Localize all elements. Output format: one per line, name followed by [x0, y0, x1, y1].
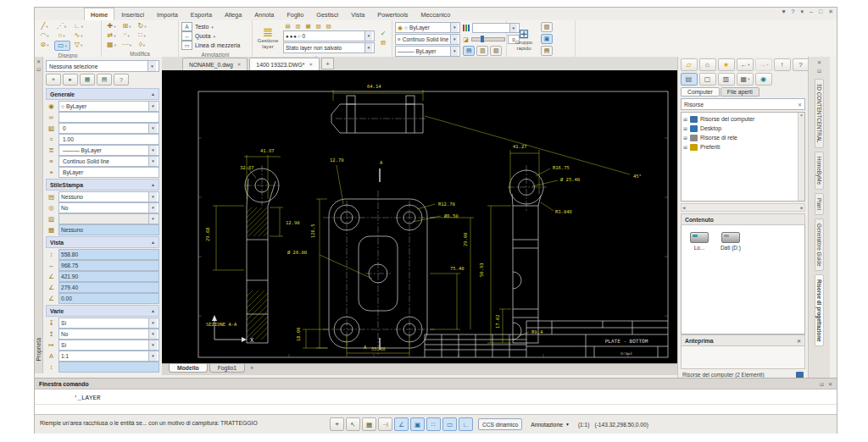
pin-icon[interactable]: ⊡ — [35, 66, 42, 72]
ribbon-tab[interactable]: Importa — [151, 8, 184, 20]
linestyle-select[interactable]: ≡ Continuo Solid line ▼ — [395, 34, 460, 45]
ribbon-tab[interactable]: Meccanico — [415, 8, 456, 20]
command-window-header[interactable]: Finestra comando ⊡✕ — [35, 378, 837, 390]
palette-tab-proprieta[interactable]: Proprietà — [36, 338, 42, 362]
transparency-slider[interactable] — [471, 37, 505, 41]
categorized-view-icon[interactable]: ▦ — [80, 74, 95, 86]
restore-icon[interactable]: □ — [819, 8, 822, 15]
annot-extra-field[interactable]: ↕▼ — [46, 362, 159, 372]
minimize-icon[interactable]: – — [810, 8, 813, 15]
thumbnail-view-icon[interactable]: ▦▾ — [737, 73, 754, 86]
view-center-y-field[interactable]: ∠279.40▼ — [46, 283, 159, 292]
layer-state-select[interactable]: Stato layer non salvato ▼ — [283, 42, 375, 53]
ribbon-tab[interactable]: Home — [84, 8, 114, 20]
mirror-icon[interactable]: ⇄▾ — [104, 31, 119, 40]
ribbon-tab[interactable]: Inserisci — [115, 8, 150, 20]
ribbon-tab[interactable]: Foglio — [281, 8, 309, 20]
expand-icon[interactable]: ⊞ — [683, 125, 687, 131]
close-tab-icon[interactable]: ✕ — [309, 62, 313, 67]
lineweight-icon[interactable]: ▭ — [442, 417, 457, 431]
etrack-icon[interactable]: ∷ — [426, 417, 441, 431]
layer-check-icon[interactable]: ✓ — [381, 30, 387, 37]
lineweight-select[interactable]: ——— ByLayer ▼ — [395, 46, 460, 57]
array-icon[interactable]: ∷▾ — [135, 31, 149, 40]
ccs-dinamico-button[interactable]: CCS dinamico — [478, 418, 522, 430]
palette-tab[interactable]: Computer — [681, 87, 720, 97]
view-center-x-field[interactable]: ∠421.90▼ — [46, 272, 159, 281]
vertical-tab[interactable]: Risorse di progettazione — [815, 274, 824, 346]
vertical-tab[interactable]: HomeByMe — [815, 152, 824, 190]
annot-match-field[interactable]: ↥No▼ — [46, 329, 159, 339]
printstyle-field[interactable]: ▤Nessuno▼ — [46, 192, 159, 202]
command-history[interactable]: '_LAYER — [35, 390, 837, 401]
close-icon[interactable]: ✕ — [828, 8, 833, 15]
fillet-icon[interactable]: ◜▾ — [120, 31, 134, 40]
ribbon-tab[interactable]: Esporta — [185, 8, 218, 20]
print-table-field[interactable]: ◎No▼ — [46, 203, 159, 213]
help-menu-arrow-icon[interactable]: ▾ — [800, 8, 804, 15]
web-icon[interactable]: ◉ — [755, 73, 772, 86]
expand-icon[interactable]: ⊞ — [683, 135, 687, 141]
layer-field[interactable]: ▧0▼ — [46, 124, 159, 133]
select-entities-icon[interactable]: ⌖ — [46, 74, 61, 86]
spline-icon[interactable]: ∿▾ — [71, 31, 86, 40]
drive-local[interactable]: Lo... — [690, 232, 709, 251]
hatch-icon[interactable]: ▦▾ — [104, 41, 119, 49]
list-view-icon[interactable]: ▥ — [718, 73, 735, 86]
view-height-field[interactable]: ↕558.80▼ — [46, 250, 159, 259]
section-vista[interactable]: Vista▲ — [46, 236, 159, 248]
command-input[interactable] — [35, 404, 837, 414]
ribbon-tab[interactable]: Annota — [248, 8, 280, 20]
drive-d[interactable]: Dati (D:) — [721, 232, 741, 251]
section-stilestampa[interactable]: StileStampa▲ — [46, 179, 159, 191]
polygon-icon[interactable]: ▽▾ — [71, 41, 86, 49]
color-field[interactable]: ◉○ByLayer▼ — [46, 102, 159, 111]
printstyle-name-field[interactable]: ▦Nessuno▼ — [46, 225, 159, 235]
ribbon-tab[interactable]: Gestisci — [310, 8, 344, 20]
pointer-icon[interactable]: ↖ — [346, 417, 360, 431]
back-icon[interactable]: ←▾ — [737, 58, 754, 71]
hyperlink-field[interactable]: ∞▼ — [46, 113, 159, 122]
group-toggle-icon[interactable]: ▣ — [541, 34, 553, 44]
snap-icon[interactable]: ⌖ — [330, 417, 344, 431]
help-icon[interactable]: ? — [793, 58, 810, 71]
document-tab[interactable]: 1400 19323.DWG*✕ — [249, 58, 320, 70]
help-icon[interactable]: ? — [114, 74, 129, 86]
favorites-star-icon[interactable]: ★ — [718, 58, 735, 71]
home-icon[interactable]: ⌂ — [699, 58, 716, 71]
close-icon[interactable]: ✕ — [828, 381, 832, 387]
layer-tool-icon[interactable]: ▧ — [314, 22, 323, 30]
clear-properties-icon[interactable]: ▧ — [490, 46, 502, 56]
alphabetic-view-icon[interactable]: ▤ — [97, 74, 112, 86]
layer-manager-button[interactable]: ≣ Gestione layer — [255, 25, 281, 50]
layer-extra-icon[interactable]: ▧ — [379, 39, 388, 47]
view-width-field[interactable]: ↔968.75▼ — [46, 261, 159, 270]
ortho-icon[interactable]: ⊣ — [378, 417, 392, 431]
annot-scale-field[interactable]: A1:1▼ — [46, 351, 159, 361]
forward-icon[interactable]: →▾ — [755, 58, 772, 71]
section-varie[interactable]: Varie▲ — [46, 305, 159, 317]
pin-icon[interactable]: ⊡ — [817, 68, 821, 74]
up-icon[interactable]: ↑ — [774, 58, 791, 71]
move-icon[interactable]: ✚▾ — [104, 22, 119, 30]
tree-computer[interactable]: ⊞Risorse del computer — [683, 114, 803, 124]
rectangle-icon[interactable]: ▭▾ — [54, 41, 70, 51]
expand-icon[interactable]: ⊞ — [683, 116, 687, 122]
copy-icon[interactable]: ⊞▾ — [120, 22, 134, 30]
details-view-icon[interactable]: ▢ — [699, 73, 716, 86]
tree-scrollbar[interactable]: ▲ — [798, 113, 804, 201]
arc-icon[interactable]: ◠▾ — [37, 31, 52, 40]
document-tab[interactable]: NONAME_0.dwg✕ — [182, 58, 248, 70]
ellipse-icon[interactable]: ⊘▾ — [37, 41, 52, 49]
model-canvas[interactable]: PLATE - BOTTOM Draw3 X 41.8732.8729.6812… — [162, 70, 677, 363]
float-icon[interactable]: ⊡ — [820, 381, 824, 387]
close-icon[interactable]: ✕ — [35, 58, 42, 64]
view-center-z-field[interactable]: ∠0.00▼ — [46, 294, 159, 303]
clear-search-icon[interactable]: ✕ — [798, 102, 802, 108]
ungroup-icon[interactable]: ▤ — [541, 46, 553, 56]
esnap-icon[interactable]: ▣ — [410, 417, 425, 431]
grid-icon[interactable]: ▦ — [362, 417, 376, 431]
construction-line-icon[interactable]: ⋰▾ — [54, 22, 69, 30]
tree-desktop[interactable]: ⊞Desktop — [683, 124, 803, 133]
annot-show-field[interactable]: ↦Sì▼ — [46, 340, 159, 350]
